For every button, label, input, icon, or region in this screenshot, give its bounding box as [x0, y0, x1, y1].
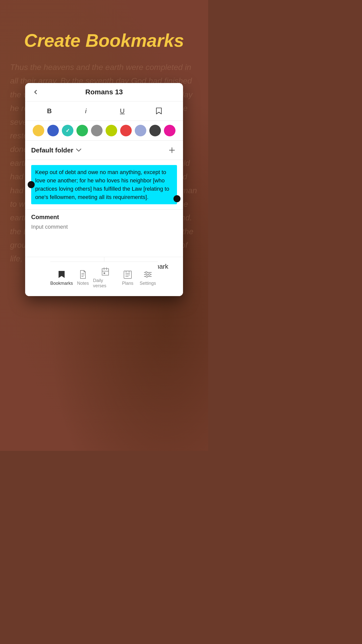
svg-point-16: [146, 275, 148, 277]
folder-selector: Default folder: [25, 141, 183, 160]
bold-button[interactable]: B: [44, 105, 55, 116]
color-magenta[interactable]: [164, 125, 175, 136]
text-content-area: Keep out of debt and owe no man anything…: [25, 160, 183, 210]
nav-item-daily-verses[interactable]: Daily verses: [93, 267, 118, 289]
svg-rect-4: [104, 272, 105, 274]
color-lime[interactable]: [106, 125, 117, 136]
modal-title: Romans 13: [85, 88, 123, 96]
plans-icon: [123, 270, 132, 279]
nav-label-settings: Settings: [140, 281, 156, 286]
bookmark-icon-button[interactable]: [153, 105, 164, 116]
svg-point-14: [146, 271, 147, 273]
color-yellow[interactable]: [33, 125, 44, 136]
folder-left[interactable]: Default folder: [31, 146, 81, 154]
nav-label-notes: Notes: [77, 281, 89, 286]
drag-handle-left[interactable]: [28, 181, 35, 188]
chevron-down-icon: [76, 148, 81, 152]
page-title: Create Bookmarks: [0, 30, 208, 51]
color-teal[interactable]: [62, 125, 73, 136]
nav-label-plans: Plans: [122, 281, 133, 286]
bookmark-modal: Romans 13 B i U Default folder: [25, 83, 183, 296]
color-lavender[interactable]: [135, 125, 146, 136]
color-dark[interactable]: [149, 125, 161, 136]
comment-label: Comment: [31, 214, 177, 221]
back-button[interactable]: [31, 88, 40, 97]
add-folder-button[interactable]: [167, 145, 177, 155]
folder-name: Default folder: [31, 146, 73, 154]
bookmarks-icon: [57, 270, 66, 279]
color-green[interactable]: [76, 125, 88, 136]
nav-label-daily-verses: Daily verses: [93, 278, 118, 289]
nav-item-settings[interactable]: Settings: [138, 270, 158, 286]
highlighted-text: Keep out of debt and owe no man anything…: [31, 165, 177, 204]
italic-button[interactable]: i: [80, 105, 92, 116]
underline-button[interactable]: U: [117, 105, 128, 116]
settings-icon: [143, 270, 153, 279]
color-blue[interactable]: [47, 125, 59, 136]
notes-icon: [78, 270, 88, 279]
comment-input[interactable]: [31, 224, 177, 254]
nav-item-plans[interactable]: Plans: [118, 270, 138, 286]
color-red[interactable]: [120, 125, 132, 136]
modal-header: Romans 13: [25, 83, 183, 101]
bottom-navigation: Bookmarks Notes: [50, 262, 158, 296]
color-palette: [25, 121, 183, 141]
nav-item-bookmarks[interactable]: Bookmarks: [50, 270, 73, 286]
color-gray[interactable]: [91, 125, 103, 136]
comment-section: Comment: [25, 210, 183, 255]
drag-handle-right[interactable]: [173, 195, 180, 202]
daily-verses-icon: [101, 267, 110, 276]
nav-label-bookmarks: Bookmarks: [50, 281, 73, 286]
svg-point-15: [149, 273, 150, 275]
format-toolbar: B i U: [25, 101, 183, 121]
nav-item-notes[interactable]: Notes: [73, 270, 93, 286]
